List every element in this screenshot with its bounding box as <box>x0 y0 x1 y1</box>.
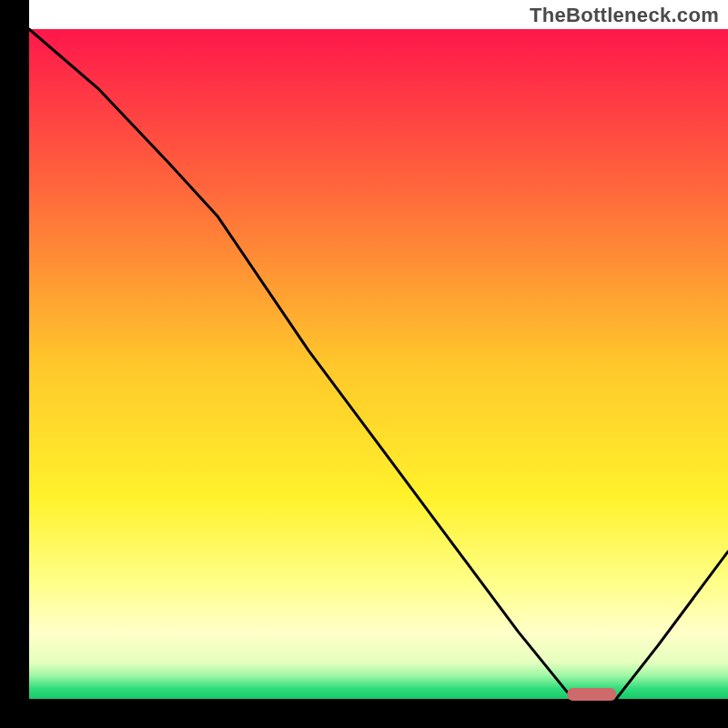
axis-bar <box>0 699 728 728</box>
bottleneck-chart <box>0 0 728 728</box>
plot-background <box>29 29 728 699</box>
watermark-text: TheBottleneck.com <box>530 4 719 27</box>
highlight-marker <box>567 688 616 701</box>
chart-container: TheBottleneck.com <box>0 0 728 728</box>
axis-bar <box>0 0 29 728</box>
